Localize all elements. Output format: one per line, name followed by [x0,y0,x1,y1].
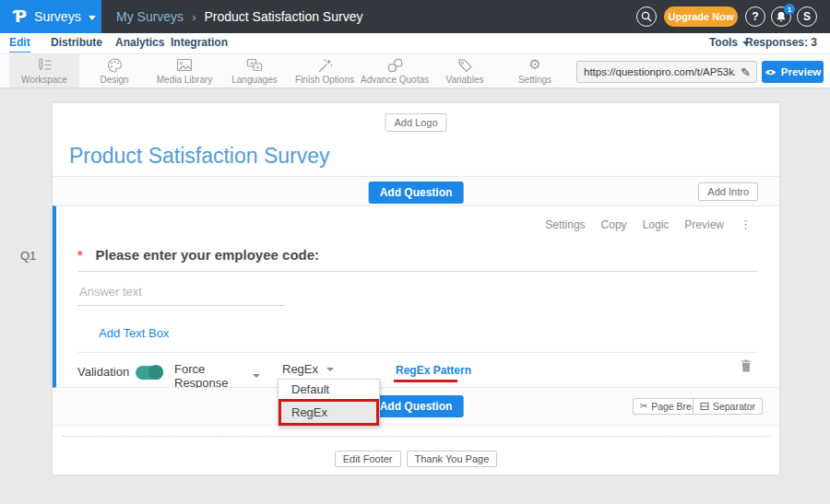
search-button[interactable] [636,6,657,27]
image-icon [176,58,193,73]
toolbar-item-languages[interactable]: aA Languages [219,54,290,88]
survey-url-value: https://questionpro.com/t/AP53kZgUI [577,66,735,77]
add-text-box-link[interactable]: Add Text Box [99,326,169,340]
more-options-icon[interactable]: ⋮ [740,217,752,231]
toolbar-label: Languages [231,75,278,85]
toolbar-label: Settings [518,75,551,85]
breadcrumb-current-survey: Product Satisfaction Survey [204,9,362,24]
footer-dotted-divider [62,436,770,437]
question-number: Q1 [20,249,36,263]
edit-url-pencil-icon[interactable]: ✎ [735,65,756,79]
responses-link[interactable]: Responses: 3 [745,36,817,49]
chevron-down-icon [89,16,96,20]
tab-edit[interactable]: Edit [9,36,30,53]
preview-label: Preview [781,66,821,77]
tools-label: Tools [709,36,738,49]
question-block-q1: Settings Copy Logic Preview ⋮ * Please e… [53,205,779,388]
app-logo-menu[interactable]: Ƥ Surveys [0,0,101,33]
translate-icon: aA [246,58,263,73]
breadcrumb-my-surveys[interactable]: My Surveys [116,9,184,24]
edit-footer-button[interactable]: Edit Footer [335,451,401,467]
toolbar-label: Finish Options [295,75,354,85]
validation-type-menu: Default RegEx [278,379,380,427]
toolbar-item-workspace[interactable]: Workspace [9,54,79,88]
tab-distribute[interactable]: Distribute [51,36,102,52]
menu-option-default[interactable]: Default [279,380,379,399]
help-icon: ? [752,10,758,23]
divider [77,352,757,353]
add-question-button[interactable]: Add Question [369,395,464,417]
chevron-down-icon [326,368,334,371]
toolbar-item-advance-quotas[interactable]: Advance Quotas [360,54,430,88]
survey-url-field[interactable]: https://questionpro.com/t/AP53kZgUI ✎ [576,61,757,83]
question-logic-link[interactable]: Logic [643,218,670,231]
scissors-icon: ✂ [640,402,647,411]
annotation-red-underline [394,380,457,382]
survey-card: Add Logo Product Satisfaction Survey Add… [53,103,779,475]
survey-editor-canvas: Q1 Add Logo Product Satisfaction Survey … [0,88,830,504]
regex-pattern-link[interactable]: RegEx Pattern [396,364,471,377]
tag-icon [457,58,473,73]
answer-text-input[interactable]: Answer text [79,285,142,299]
avatar-initial: S [803,10,811,23]
thank-you-page-button[interactable]: Thank You Page [407,451,498,467]
menu-option-regex[interactable]: RegEx [279,399,379,426]
chain-links-icon [387,58,403,73]
add-question-button[interactable]: Add Question [369,182,464,204]
toolbar-label: Design [100,75,128,85]
separator-label: Separator [713,401,755,412]
toolbar-label: Variables [446,75,484,85]
workspace-icon [36,58,53,73]
eye-icon [765,68,777,76]
tab-analytics[interactable]: Analytics [115,36,164,52]
upgrade-now-button[interactable]: Upgrade Now [664,6,738,27]
validation-type-value: RegEx [282,362,318,376]
breadcrumb-separator-icon: › [192,10,196,24]
top-navbar: Ƥ Surveys My Surveys › Product Satisfact… [0,0,830,33]
gear-icon: ⚙ [528,58,540,73]
question-text[interactable]: Please enter your employee code: [95,247,319,263]
tools-menu[interactable]: Tools [709,36,750,49]
delete-question-trash-icon[interactable] [741,359,752,372]
add-question-row-top: Add Question Add Intro [53,177,779,205]
editor-toolbar: Workspace Design Media Library aA Langua… [0,53,830,88]
preview-button[interactable]: Preview [762,61,824,83]
validation-toggle[interactable] [136,366,163,380]
svg-text:a: a [250,60,253,65]
survey-subnav: Edit Distribute Analytics Integration To… [0,33,830,53]
toolbar-label: Advance Quotas [361,75,429,85]
search-icon [641,11,652,22]
breadcrumb: My Surveys › Product Satisfaction Survey [116,0,362,33]
notification-badge: 1 [784,4,795,15]
answer-input-underline [77,305,285,306]
questionpro-logo-icon: Ƥ [14,8,27,25]
question-copy-link[interactable]: Copy [601,218,627,231]
question-text-row: * Please enter your employee code: [77,247,319,263]
toolbar-item-settings[interactable]: ⚙ Settings [500,54,570,88]
notifications-button[interactable]: 1 [771,6,791,27]
toolbar-item-variables[interactable]: Variables [430,54,500,88]
user-avatar[interactable]: S [797,6,817,27]
validation-label: Validation [77,365,129,379]
question-actions: Settings Copy Logic Preview ⋮ [545,217,752,231]
toolbar-label: Media Library [157,75,213,85]
toolbar-item-finish-options[interactable]: Finish Options [290,54,360,88]
separator-icon [700,402,709,411]
svg-text:A: A [255,64,259,70]
toolbar-item-media-library[interactable]: Media Library [149,54,219,88]
add-question-row-bottom: Add Question ✂ Page Break Separator [53,388,779,426]
add-intro-button[interactable]: Add Intro [698,182,758,201]
force-response-value: Force Response [174,362,244,390]
product-menu-label: Surveys [34,9,81,24]
separator-button[interactable]: Separator [693,398,763,415]
question-settings-link[interactable]: Settings [545,218,585,231]
question-preview-link[interactable]: Preview [684,218,724,231]
tab-integration[interactable]: Integration [171,36,228,52]
help-button[interactable]: ? [745,6,765,27]
chevron-down-icon [253,374,260,378]
toolbar-item-design[interactable]: Design [79,54,149,88]
toggle-knob [148,365,163,380]
required-asterisk: * [77,248,82,263]
add-logo-button[interactable]: Add Logo [385,113,446,132]
survey-title[interactable]: Product Satisfaction Survey [69,144,330,169]
